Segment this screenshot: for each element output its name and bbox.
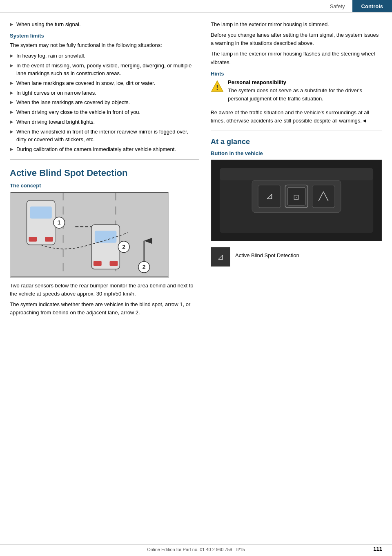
bullet-arrow-icon: ▶ [10, 145, 13, 153]
page-content: ▶ When using the turn signal. System lim… [0, 13, 392, 336]
system-limits-intro: The system may not be fully functional i… [10, 41, 199, 49]
list-item: ▶In the event of missing, worn, poorly v… [10, 62, 199, 78]
vehicle-button-image: ⊿ ⊡ ╱╲ [211, 160, 382, 241]
svg-text:⊡: ⊡ [294, 193, 300, 201]
svg-rect-15 [110, 261, 118, 266]
right-para3: The lamp in the exterior mirror housing … [211, 50, 382, 66]
bullet-arrow-icon: ▶ [10, 52, 13, 60]
button-in-vehicle-heading: Button in the vehicle [211, 150, 382, 156]
page-number: 111 [373, 546, 382, 552]
blind-spot-icon-box: ⊿ [211, 247, 230, 267]
blind-spot-icon-label: Active Blind Spot Detection [235, 251, 299, 260]
at-a-glance-heading: At a glance [211, 138, 382, 146]
concept-desc1: Two radar sensors below the rear bumper … [10, 282, 199, 298]
hints-warning-title: Personal responsibility [228, 79, 382, 85]
svg-text:⊿: ⊿ [217, 253, 224, 262]
svg-rect-9 [45, 236, 53, 241]
footer: Online Edition for Part no. 01 40 2 960 … [0, 544, 392, 552]
right-section-divider [211, 131, 382, 131]
concept-diagram-image: 1 2 2 [10, 192, 169, 278]
svg-rect-8 [29, 236, 37, 241]
right-column: The lamp in the exterior mirror housing … [211, 20, 382, 319]
system-limits-list: ▶In heavy fog, rain or snowfall. ▶In the… [10, 52, 199, 153]
hints-text-block: Personal responsibility The system does … [228, 79, 382, 105]
svg-rect-7 [30, 206, 51, 218]
active-blind-spot-heading: Active Blind Spot Detection [10, 168, 199, 178]
concept-subheading: The concept [10, 182, 199, 189]
concept-diagram-svg: 1 2 2 [10, 192, 169, 277]
list-item: ▶When driving toward bright lights. [10, 118, 199, 126]
blind-spot-small-icon: ⊿ [212, 248, 229, 266]
bullet-arrow-icon: ▶ [10, 118, 13, 126]
svg-text:2: 2 [143, 264, 146, 270]
intro-bullet-item: ▶ When using the turn signal. [10, 20, 199, 29]
hints-warning-text: The system does not serve as a substitut… [228, 87, 382, 103]
icon-label-row: ⊿ Active Blind Spot Detection [211, 247, 382, 267]
right-para1: The lamp in the exterior mirror housing … [211, 20, 382, 29]
svg-text:2: 2 [122, 243, 125, 250]
list-item: ▶In heavy fog, rain or snowfall. [10, 52, 199, 60]
list-item: ▶When driving very close to the vehicle … [10, 108, 199, 116]
page-header: Safety Controls [0, 0, 392, 13]
footer-text: Online Edition for Part no. 01 40 2 960 … [147, 547, 245, 552]
list-item: ▶During calibration of the camera immedi… [10, 145, 199, 153]
bullet-arrow-icon: ▶ [10, 128, 13, 136]
section-divider [10, 159, 199, 160]
svg-text:!: ! [216, 84, 218, 91]
vehicle-button-svg: ⊿ ⊡ ╱╲ [211, 160, 382, 241]
concept-desc2: The system indicates whether there are v… [10, 300, 199, 317]
bullet-arrow-icon: ▶ [10, 20, 13, 29]
svg-text:⊿: ⊿ [266, 191, 273, 201]
header-safety-label: Safety [323, 0, 352, 12]
bullet-arrow-icon: ▶ [10, 62, 13, 70]
hints-box: ! Personal responsibility The system doe… [211, 79, 382, 105]
system-limits-heading: System limits [10, 33, 199, 39]
warning-icon: ! [211, 80, 224, 93]
svg-rect-14 [94, 261, 102, 266]
right-para2: Before you change lanes after setting th… [211, 31, 382, 47]
svg-rect-32 [220, 168, 373, 180]
bullet-arrow-icon: ▶ [10, 89, 13, 97]
svg-text:1: 1 [58, 219, 61, 226]
svg-text:╱╲: ╱╲ [318, 191, 329, 201]
bullet-arrow-icon: ▶ [10, 108, 13, 116]
list-item: ▶When lane markings are covered in snow,… [10, 79, 199, 87]
list-item: ▶When the windshield in front of the int… [10, 128, 199, 144]
intro-bullet-list: ▶ When using the turn signal. [10, 20, 199, 29]
header-controls-label: Controls [352, 0, 392, 12]
bullet-arrow-icon: ▶ [10, 79, 13, 87]
list-item: ▶In tight curves or on narrow lanes. [10, 89, 199, 97]
bullet-arrow-icon: ▶ [10, 98, 13, 107]
left-column: ▶ When using the turn signal. System lim… [10, 20, 199, 319]
hints-heading: Hints [211, 71, 382, 77]
svg-rect-13 [95, 231, 116, 243]
hints-awareness-text: Be aware of the traffic situation and th… [211, 109, 382, 125]
list-item: ▶When the lane markings are covered by o… [10, 98, 199, 107]
